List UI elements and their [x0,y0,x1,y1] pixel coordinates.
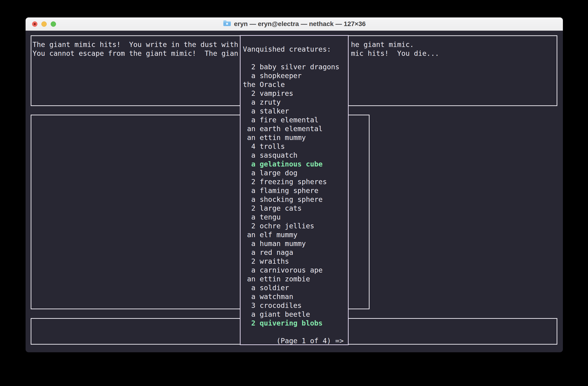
window-title-text: eryn — eryn@electra — nethack — 127×36 [234,20,366,28]
menu-item: the Oracle [243,80,343,89]
window-title: eryn — eryn@electra — nethack — 127×36 [223,20,366,28]
message-text-right: he giant mimic. mic hits! You die... [351,40,439,58]
menu-item: 2 vampires [243,89,343,98]
menu-item: an elf mummy [243,230,343,239]
vanquished-menu-lines: Vanquished creatures: 2 baby silver drag… [243,45,343,345]
vanquished-creatures-panel: Vanquished creatures: 2 baby silver drag… [240,35,349,345]
menu-item: an ettin zombie [243,275,343,283]
close-button[interactable] [32,21,37,27]
zoom-button[interactable] [51,21,56,27]
menu-item: 2 baby silver dragons [243,63,343,71]
menu-item: 2 wraiths [243,257,343,266]
menu-item: an earth elemental [243,124,343,133]
menu-item: a zruty [243,98,343,107]
titlebar[interactable]: eryn — eryn@electra — nethack — 127×36 [25,18,563,31]
menu-item: 2 large cats [243,204,343,213]
menu-item: a shocking sphere [243,195,343,204]
menu-item: a giant beetle [243,310,343,319]
menu-item: a soldier [243,283,343,292]
folder-icon [223,20,231,28]
menu-item: a tengu [243,213,343,222]
menu-item: a gelatinous cube [243,160,343,169]
menu-item: a fire elemental [243,116,343,124]
menu-item: a red naga [243,248,343,257]
terminal-screen[interactable]: The giant mimic hits! You write in the d… [25,30,563,352]
window-controls [32,21,56,27]
menu-item: a shopkeeper [243,71,343,80]
menu-item: 2 freezing spheres [243,177,343,186]
menu-item: a human mummy [243,239,343,248]
message-text-left: The giant mimic hits! You write in the d… [33,40,238,58]
menu-item: an ettin mummy [243,133,343,142]
desktop: { "window": { "title": "eryn — eryn@elec… [0,0,588,386]
menu-item: a flaming sphere [243,186,343,195]
message-line-1-right: he giant mimic. [351,41,414,49]
message-line-2-left: You cannot escape from the giant mimic! … [33,49,238,57]
menu-item: a large dog [243,169,343,177]
menu-blank [243,328,343,337]
menu-item: 4 trolls [243,142,343,151]
menu-pager: (Page 1 of 4) => [243,337,343,345]
menu-item: a watchman [243,292,343,301]
message-line-1-left: The giant mimic hits! You write in the d… [33,41,238,49]
message-line-2-right: mic hits! You die... [351,49,439,57]
menu-title: Vanquished creatures: [243,45,343,54]
minimize-button[interactable] [41,21,47,27]
menu-item: 2 quivering blobs [243,319,343,328]
menu-blank [243,54,343,63]
menu-item: 2 ochre jellies [243,222,343,230]
menu-item: a carnivorous ape [243,266,343,275]
terminal-window: eryn — eryn@electra — nethack — 127×36 T… [25,18,563,352]
menu-item: 3 crocodiles [243,301,343,310]
menu-item: a stalker [243,107,343,116]
menu-item: a sasquatch [243,151,343,160]
